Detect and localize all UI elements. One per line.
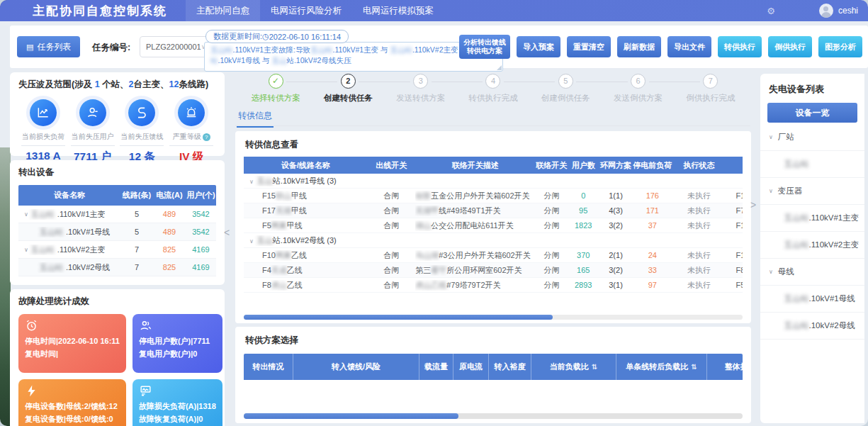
text: 乙线 [287, 281, 303, 289]
feeder-name-cell: F5网夏甲线 [244, 220, 367, 231]
cell: 825 [153, 263, 186, 271]
column-header: 执行状态 [672, 160, 726, 171]
table-row[interactable]: ∨五山站.110kV#1主变54893542 [18, 206, 216, 223]
tree-parent-item[interactable]: ∨母线 [760, 259, 864, 286]
chevron-down-icon[interactable]: ∨ [24, 247, 28, 253]
cell: 176 [633, 191, 672, 200]
fault-description-textarea[interactable]: 五山站.110kV#1主变故障:导致五山站.110kV#1主变 与 五山站.11… [204, 42, 503, 72]
tree-child-item[interactable]: 五山站.10kV#1母线 [760, 286, 864, 313]
button-label: 图形分析 [825, 43, 856, 51]
table-row[interactable]: F10网夏乙线合闸马山湖#3公用户外开关箱602开关分闸3702(1)24未执行… [244, 248, 743, 263]
load-line-icon [30, 99, 57, 126]
cell: 825 [153, 245, 186, 254]
graph-analysis-button[interactable]: 图形分析 [818, 36, 862, 57]
tree-parent-item[interactable]: ∨厂站 [760, 124, 864, 151]
scrollbar-thumb[interactable] [244, 315, 553, 320]
horizontal-scrollbar[interactable] [244, 315, 743, 320]
column-header[interactable]: 单条线转后负载比⇅ [616, 354, 707, 380]
table-group-row[interactable]: ∨五山站.10kV#1母线 (3) [244, 174, 743, 189]
username[interactable]: ceshi [838, 6, 858, 16]
reset-clear-button[interactable]: 重置清空 [567, 36, 611, 57]
backfeed-execute-button[interactable]: 倒供执行 [768, 36, 812, 57]
tree-child-item[interactable]: 五山站.110kV#2主变 [760, 232, 864, 259]
nav-tab[interactable]: 主配协同自愈 [186, 0, 260, 21]
table-row[interactable]: 五山站.10kV#1母线54893542 [18, 223, 216, 241]
tree-parent-item[interactable]: ∨变压器 [760, 178, 864, 205]
text: F5 [262, 221, 271, 230]
transfer-execute-button[interactable]: 转供执行 [718, 36, 762, 57]
stat-card: 停电时间|2022-06-10 16:11复电时间| [18, 314, 126, 373]
column-header[interactable]: 当前负载比⇅ [531, 354, 616, 380]
text: F15 [262, 191, 276, 200]
button-label: 导出文件 [674, 43, 705, 51]
cell: 合闸 [367, 280, 415, 291]
button-label: 转供电方案 [467, 47, 502, 55]
cell: 合闸 [367, 250, 415, 261]
column-header: 联络开关 [535, 160, 568, 171]
redacted-text: 网夏 [276, 251, 291, 259]
tree-child-item[interactable]: 五山站 [760, 151, 864, 178]
stat-card-line1: 停电用户数(户)|7711 [139, 335, 216, 347]
text: .110kV#1主变 [57, 209, 106, 220]
cell: 第三看守所公用环网室602开关 [415, 265, 535, 276]
cell: 165 [568, 266, 599, 274]
expand-right-panel-icon[interactable]: > [750, 199, 756, 211]
cell: 7 [120, 245, 153, 254]
table-row[interactable]: ∨五山站.110kV#2主变78254169 [18, 241, 216, 259]
table-row[interactable]: F4天成乙线合闸第三看守所公用环网室602开关分闸1653(2)33未执行F8看… [244, 263, 743, 278]
table-row[interactable]: 五山站.10kV#2母线78254169 [18, 259, 216, 276]
task-no-select[interactable]: PLZG22000001 ∨ [140, 36, 210, 57]
collapse-left-panel-icon[interactable]: < [224, 227, 230, 238]
resize-grip-icon[interactable] [497, 65, 502, 70]
export-file-button[interactable]: 导出文件 [667, 36, 711, 57]
chevron-down-icon[interactable]: ∨ [249, 238, 254, 245]
cell: 3(1) [599, 281, 633, 289]
device-overview-banner[interactable]: 设备一览 [767, 103, 857, 123]
gear-icon[interactable]: ⚙ [767, 6, 775, 16]
nav-tab[interactable]: 电网运行模拟预案 [352, 0, 444, 21]
table-row[interactable]: F5网夏甲线合闸湖山公交公用配电站611开关分闸18233(2)37未执行F16… [244, 218, 743, 233]
chevron-down-icon[interactable]: ∨ [24, 211, 28, 218]
step-label: 创建倒供任务 [529, 93, 602, 103]
chevron-down-icon[interactable]: ∨ [769, 269, 773, 275]
column-header: 转入裕度 [489, 354, 531, 380]
help-icon[interactable]: ? [203, 133, 210, 141]
sort-icon[interactable]: ⇅ [592, 363, 597, 371]
cell: 5 [120, 228, 153, 236]
step-label: 发送转供方案 [385, 93, 457, 103]
task-list-button[interactable]: ▤ 任务列表 [17, 36, 80, 57]
analyze-transfer-plan-button[interactable]: 分析转出馈线转供电方案 [459, 35, 510, 59]
chevron-down-icon[interactable]: ∨ [249, 179, 254, 185]
feeder-icon [128, 99, 155, 126]
horizontal-scrollbar[interactable] [244, 413, 743, 419]
step-circle: 3 [413, 74, 428, 89]
feeder-name-cell: F8虎山乙线 [244, 280, 367, 291]
refresh-data-button[interactable]: 刷新数据 [617, 36, 661, 57]
table-row[interactable]: F17天湖甲线合闸天湖甲线#49塔49T1开关分闸954(3)171未执行F7天… [244, 203, 743, 218]
tab-transfer-info[interactable]: 转供信息 [237, 106, 274, 128]
cell: 33 [633, 266, 672, 274]
tree-child-item[interactable]: 五山站.110kV#1主变 [760, 205, 864, 232]
nav-tab[interactable]: 电网运行风险分析 [260, 0, 352, 21]
import-plan-button[interactable]: 导入预案 [517, 36, 560, 57]
table-group-row[interactable]: ∨五山站.10kV#2母线 (3) [244, 233, 743, 248]
transfer-info-card: 转供信息查看 设备/线路名称出线开关联络开关描述联络开关用户数环网方案停电前负荷… [235, 131, 751, 323]
background-photo-strip [0, 147, 11, 426]
scrollbar-thumb[interactable] [244, 413, 458, 419]
cell: F8看守 [726, 265, 743, 276]
group-name-cell: ∨五山站.10kV#2母线 (3) [244, 235, 368, 246]
user-avatar-icon[interactable] [819, 4, 833, 18]
chevron-down-icon[interactable]: ∨ [769, 188, 773, 194]
fault-statistics-title: 故障处理统计成效 [18, 296, 216, 308]
tree-child-item[interactable]: 五山站.10kV#2母线 [760, 313, 864, 340]
table-row[interactable]: F8虎山乙线合闸虎山乙线#79塔79T2开关分闸28933(1)97未执行F5和… [244, 278, 743, 293]
redacted-text: 五山站 [310, 45, 333, 54]
column-header[interactable]: 整体执行负载比⇅ [707, 354, 743, 380]
text: #3公用户外开关箱602开关 [439, 251, 531, 259]
chevron-down-icon[interactable]: ∨ [769, 134, 773, 140]
table-row[interactable]: F15联山甲线合闸创富五金公用户外开关箱602开关分闸01(1)176未执行F1… [244, 189, 743, 203]
sort-icon[interactable]: ⇅ [691, 363, 697, 371]
cell: 合闸 [367, 191, 415, 201]
impact-title-text: 失压波及范围(涉及 [18, 79, 95, 89]
lost-power-device-title: 失电设备列表 [760, 74, 864, 103]
